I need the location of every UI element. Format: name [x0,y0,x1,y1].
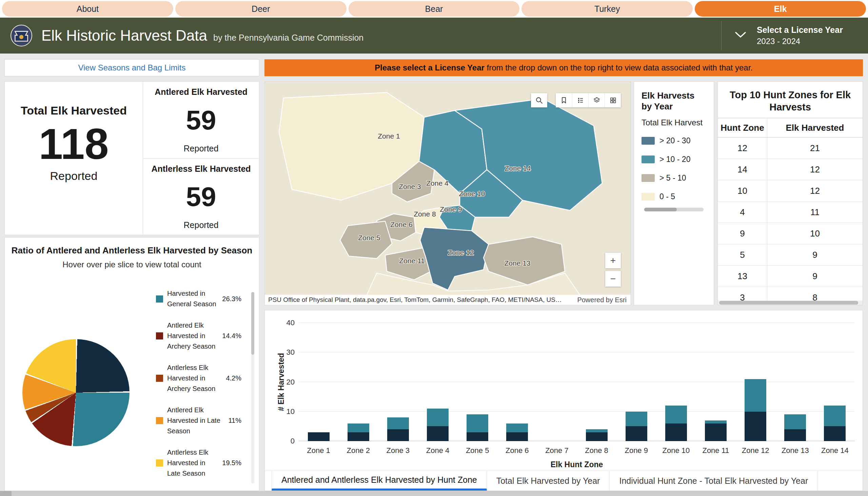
map-legend-scrollbar[interactable] [644,208,704,212]
x-tick-label: Zone 13 [775,446,815,455]
chart-tab-total-elk-harvested-by-year[interactable]: Total Elk Harvested by Year [487,471,610,491]
table-row[interactable]: 411 [718,202,863,223]
map-legend-title: Elk Harvests by Year [642,90,706,112]
season-ratio-pie-chart[interactable] [23,339,130,446]
map-bookmark-button[interactable] [556,93,572,107]
bar-antlered-zone-13[interactable] [784,429,806,441]
seasons-link-card: View Seasons and Bag Limits [4,59,259,76]
elk-harvested-cell: 10 [767,223,863,244]
map-toolbar [531,93,621,107]
elk-harvested-cell: 11 [767,202,863,222]
pie-legend-label: Antlered Elk Harvested in Late Season [167,405,226,436]
total-harvest-title: Total Elk Harvested [5,104,143,117]
map-attribution-bar: PSU Office of Physical Plant, data.pa.go… [265,295,631,305]
bar-antlered-zone-10[interactable] [665,423,687,441]
bar-antlerless-zone-11[interactable] [705,420,727,423]
bar-antlered-zone-2[interactable] [347,432,369,441]
bar-antlerless-zone-5[interactable] [466,414,488,432]
table-row[interactable]: 1221 [718,138,863,159]
basemap-grid-icon [609,96,617,104]
top-zones-table: Hunt ZoneElk Harvested122114121012411910… [718,118,863,305]
bar-chart-plot [299,323,855,441]
map-legend-button[interactable] [572,93,588,107]
license-year-label: Select a License Year [757,25,843,36]
map-basemap-button[interactable] [604,93,621,107]
header-titles: Elk Historic Harvest Data by the Pennsyl… [41,27,721,44]
seasons-bag-limits-link[interactable]: View Seasons and Bag Limits [78,63,185,73]
table-row[interactable]: 59 [718,244,863,266]
bar-antlerless-zone-3[interactable] [387,417,409,429]
bar-antlered-zone-11[interactable] [705,423,727,441]
pie-legend-swatch [156,332,163,340]
pie-subtitle: Hover over pie slice to view total count [5,260,259,269]
bar-antlerless-zone-13[interactable] [784,414,806,429]
bar-antlered-zone-6[interactable] [506,432,528,441]
powered-by-esri: Powered by Esri [577,296,627,304]
map-layers-button[interactable] [588,93,604,107]
antlered-title: Antlered Elk Harvested [145,87,257,97]
map-zone-label: Zone 6 [390,220,412,228]
pie-legend-scrollbar[interactable] [251,292,254,483]
top-zones-card: Top 10 Hunt Zones for Elk Harvests Hunt … [717,81,863,305]
bar-antlered-zone-14[interactable] [824,426,845,441]
pie-chart-card: Ratio of Antlered and Antlerless Elk Har… [4,237,259,491]
nav-tab-about[interactable]: About [2,1,173,17]
x-tick-label: Zone 11 [696,446,735,455]
pie-legend-percent: 14.4% [222,332,241,340]
hunt-zone-cell: 5 [718,250,767,260]
chart-tab-antlered-and-antlerless-elk-harvested-by[interactable]: Antlered and Antlerless Elk Harvested by… [272,471,487,491]
pie-legend-label: Antlered Elk Harvested in Archery Season [167,320,220,352]
zoom-out-button[interactable]: − [605,271,621,286]
x-tick-label: Zone 10 [656,446,696,455]
license-year-selector[interactable]: Select a License Year 2023 - 2024 [721,21,860,50]
bar-antlerless-zone-8[interactable] [586,429,608,432]
bar-antlerless-zone-6[interactable] [506,423,528,432]
table-row[interactable]: 1412 [718,159,863,180]
bar-antlered-zone-3[interactable] [387,429,409,441]
nav-tab-bear[interactable]: Bear [348,1,520,17]
bar-antlered-zone-1[interactable] [308,432,330,441]
bar-antlerless-zone-9[interactable] [626,412,647,427]
pie-legend-swatch [156,417,163,424]
table-row[interactable]: 910 [718,223,863,244]
nav-tab-elk[interactable]: Elk [695,1,866,17]
bar-antlerless-zone-14[interactable] [824,405,845,426]
top-zones-scrollbar[interactable] [718,300,863,305]
bar-antlered-zone-8[interactable] [586,432,608,441]
page-scrollbar-track[interactable] [0,491,868,496]
x-tick-label: Zone 14 [815,446,855,455]
table-row[interactable]: 1012 [718,180,863,202]
map-zone-label: Zone 11 [399,257,425,265]
bar-antlered-zone-5[interactable] [466,432,488,441]
bar-antlered-zone-12[interactable] [745,412,766,441]
bar-antlerless-zone-12[interactable] [745,379,766,412]
hunt-zone-map[interactable]: Zone 1Zone 3Zone 4Zone 14Zone 10Zone 9Zo… [265,82,631,295]
pie-legend-label: Harvested in General Season [167,288,220,309]
map-legend-class: 0 - 5 [642,192,706,201]
map-legend-swatch [642,155,655,163]
pie-legend-entry: Antlered Elk Harvested in Late Season11% [156,405,241,436]
pie-title: Ratio of Antlered and Antlerless Elk Har… [5,245,259,256]
chart-tab-individual-hunt-zone-total-elk-harvested[interactable]: Individual Hunt Zone - Total Elk Harvest… [610,471,818,491]
bar-antlerless-zone-2[interactable] [347,423,369,432]
zoom-in-button[interactable]: + [605,253,621,268]
bar-antlered-zone-9[interactable] [626,426,647,441]
nav-tab-deer[interactable]: Deer [175,1,346,17]
nav-tab-turkey[interactable]: Turkey [522,1,693,17]
pie-legend-entry: Harvested in General Season26.3% [156,288,241,309]
map-zone-label: Zone 13 [504,259,530,267]
total-harvest-caption: Reported [5,169,143,183]
table-row[interactable]: 139 [718,266,863,287]
map-search-button[interactable] [531,93,547,107]
table-header-cell: Elk Harvested [767,118,863,137]
antlerless-value: 59 [145,183,257,211]
pie-legend-entry: Antlerless Elk Harvested in Archery Seas… [156,362,241,394]
bar-antlerless-zone-4[interactable] [427,408,449,426]
map-legend-swatch [642,137,655,145]
x-tick-label: Zone 3 [378,446,418,455]
pie-legend: Harvested in General Season26.3%Antlered… [156,288,241,490]
bar-antlered-zone-4[interactable] [427,426,449,441]
antlered-value: 59 [145,107,257,134]
y-tick-label: 20 [286,378,295,387]
bar-antlerless-zone-10[interactable] [665,405,687,423]
